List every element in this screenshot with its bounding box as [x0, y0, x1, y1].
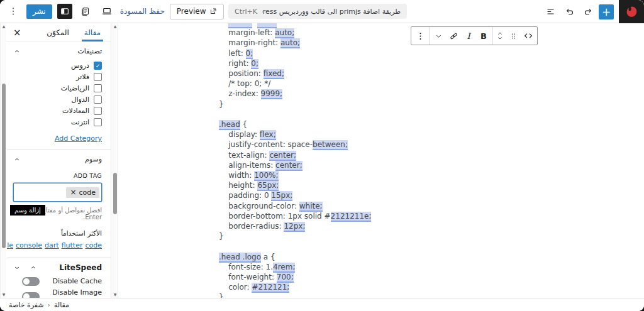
command-shortcut: Ctrl+K [235, 8, 257, 16]
scroll-up-arrow[interactable]: ▲ [112, 23, 118, 30]
category-row[interactable]: الدوال [13, 95, 102, 104]
toggle-label: Disable Image Lazyload [40, 288, 102, 298]
code-line: height: 65px; [219, 180, 371, 190]
code-line: display: flex; [219, 129, 371, 139]
custom-html-block[interactable]: margin-left: auto; margin-right: auto; l… [219, 23, 371, 298]
block-inserter-button[interactable]: + [599, 4, 614, 19]
content-scrollbar[interactable]: ▲ ▼ [112, 23, 118, 298]
code-line: left: 0; [219, 48, 371, 58]
block-options-button[interactable] [413, 27, 428, 45]
command-palette[interactable]: Ctrl+K طريقة اضافة primjs الى قالب ووردب… [228, 4, 407, 19]
options-menu-button[interactable] [5, 3, 21, 19]
preview-button[interactable]: Preview [170, 4, 224, 19]
document-title: طريقة اضافة primjs الى قالب ووردبريس pre… [262, 8, 401, 16]
tag-suggestion-link[interactable]: flutter [62, 241, 83, 249]
save-draft-button[interactable]: حفظ المسودة [120, 7, 165, 16]
code-line: position: fixed; [219, 68, 371, 79]
category-checkbox[interactable] [94, 73, 102, 81]
code-line: z-index: 9999; [219, 89, 371, 99]
tag-input[interactable]: × code إزالة وسم [13, 183, 102, 202]
category-row[interactable]: فلاتر [13, 73, 102, 81]
scroll-up-arrow[interactable]: ▲ [1, 23, 7, 30]
document-overview-button[interactable] [77, 3, 94, 19]
site-logo-button[interactable] [619, 0, 644, 23]
categories-panel-header[interactable]: تصنيفات [13, 47, 102, 55]
site-logo-icon [624, 4, 639, 19]
kebab-icon [416, 31, 425, 41]
sidebar-scrollbar-thumb[interactable] [2, 84, 6, 248]
chevron-up-icon[interactable] [30, 264, 37, 271]
add-category-link[interactable]: Add Category [55, 134, 102, 143]
add-tag-label: ADD TAG [13, 172, 102, 179]
category-label: فلاتر [76, 73, 89, 81]
category-label: الدوال [71, 95, 89, 104]
litespeed-title: LiteSpeed [59, 263, 102, 272]
breadcrumb-item[interactable]: شفرة خاصة [9, 301, 44, 309]
scroll-down-arrow[interactable]: ▼ [1, 292, 7, 298]
block-type-button[interactable] [521, 27, 536, 45]
top-toolbar: نشر حفظ المسودة Preview Ctrl+K طريقة اضا… [0, 0, 644, 23]
redo-button[interactable] [580, 4, 596, 20]
tag-suggestion-link[interactable]: console [16, 241, 42, 249]
category-row[interactable]: انترنت [13, 118, 102, 126]
category-checkbox[interactable] [94, 84, 102, 92]
tab-block[interactable]: المكوّن [39, 23, 77, 41]
code-line: } [219, 231, 371, 241]
remove-tag-button[interactable]: × [70, 188, 76, 196]
chevron-up-icon [13, 156, 21, 163]
tag-token: × code [66, 187, 99, 198]
code-line: .head { [219, 119, 371, 129]
block-toolbar: I B [411, 26, 538, 45]
list-view-button[interactable] [542, 4, 558, 20]
category-checkbox[interactable] [94, 118, 102, 126]
block-mover-buttons[interactable] [494, 27, 506, 45]
chevron-down-icon[interactable] [13, 264, 21, 271]
tag-suggestion-link[interactable]: code [85, 241, 102, 249]
copy-pages-icon [80, 6, 91, 17]
tags-panel-header[interactable]: وسوم [13, 155, 102, 163]
code-line: padding: 0 15px; [219, 190, 371, 200]
category-row[interactable]: ✓دروس [13, 62, 102, 70]
sidebar-scrollbar[interactable]: ▲ ▼ [0, 23, 6, 298]
category-checkbox[interactable]: ✓ [94, 62, 102, 70]
breadcrumb-item[interactable]: مقالة [54, 301, 69, 309]
close-sidebar-button[interactable]: × [13, 27, 21, 38]
bold-button[interactable]: B [476, 27, 491, 45]
link-button[interactable] [446, 27, 461, 45]
drag-handle[interactable] [506, 27, 521, 45]
tag-suggestion-link[interactable]: google [7, 241, 13, 249]
editor-canvas[interactable]: ▲ ▼ margin-left: auto; margin-right: aut… [112, 23, 644, 298]
category-checkbox[interactable] [94, 95, 102, 104]
litespeed-toggle-list: Disable CacheDisable Image LazyloadDisab… [13, 277, 102, 298]
tab-post[interactable]: مقالة [77, 23, 108, 41]
settings-sidebar-toggle[interactable] [57, 4, 72, 19]
code-line: font-weight: 700; [219, 272, 371, 282]
code-line: /* top: 0; */ [219, 79, 371, 89]
toggle-switch[interactable] [22, 277, 40, 286]
undo-button[interactable] [561, 4, 577, 20]
categories-panel: تصنيفات ✓دروسفلاترالرياضياتالدوالالمعادل… [7, 42, 111, 150]
chevron-down-icon [435, 32, 443, 40]
preview-label: Preview [177, 7, 206, 16]
categories-title: تصنيفات [77, 47, 102, 55]
publish-button[interactable]: نشر [26, 4, 52, 19]
redo-icon [583, 6, 594, 17]
content-scrollbar-thumb[interactable] [113, 173, 117, 214]
litespeed-toggle-row: Disable Cache [13, 277, 102, 286]
scroll-down-arrow[interactable]: ▼ [112, 292, 118, 298]
italic-button[interactable]: I [461, 27, 476, 45]
code-line: } [219, 99, 371, 109]
code-line: .head .logo a { [219, 252, 371, 262]
kebab-icon [8, 6, 18, 16]
category-checkbox[interactable] [94, 107, 102, 115]
category-label: الرياضيات [61, 84, 89, 92]
more-formats-dropdown[interactable] [431, 27, 446, 45]
tag-suggestion-link[interactable]: dart [45, 241, 59, 249]
category-row[interactable]: الرياضيات [13, 84, 102, 92]
toggle-switch[interactable] [22, 292, 40, 298]
category-row[interactable]: المعادلات [13, 107, 102, 115]
category-label: المعادلات [62, 107, 89, 115]
breadcrumb-separator: ‹ [48, 301, 50, 309]
list-view-icon [545, 6, 556, 17]
device-preview-button[interactable] [99, 3, 115, 19]
